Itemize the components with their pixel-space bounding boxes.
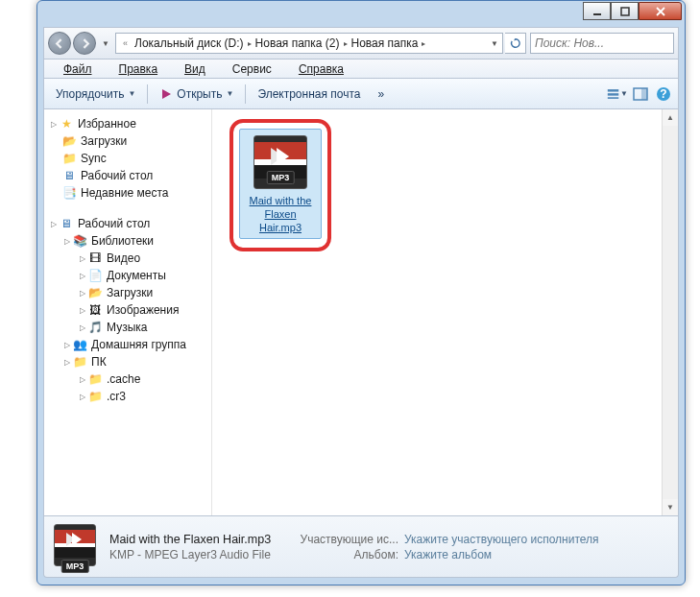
folder-icon: 📂	[61, 133, 77, 149]
details-artists-value[interactable]: Укажите участвующего исполнителя	[404, 533, 668, 546]
address-bar: ▼ « Локальный диск (D:) ▸ Новая папка (2…	[43, 27, 679, 60]
command-bar: Упорядочить▼ Открыть▼ Электронная почта …	[43, 79, 679, 109]
menu-help[interactable]: Справка	[285, 60, 357, 78]
nav-history-drop[interactable]: ▼	[98, 39, 113, 48]
tree-pictures[interactable]: ▷🖼Изображения	[44, 301, 211, 319]
toolbar-overflow[interactable]: »	[371, 85, 393, 103]
breadcrumb-overflow[interactable]: «	[118, 38, 133, 48]
search-box[interactable]	[530, 33, 674, 54]
play-icon	[159, 87, 173, 101]
mp3-icon	[253, 135, 307, 189]
tree-favorites[interactable]: ▷★Избранное	[44, 115, 211, 132]
desktop-icon: 🖥	[61, 168, 77, 183]
svg-rect-1	[621, 8, 629, 15]
tree-videos[interactable]: ▷🎞Видео	[44, 250, 211, 267]
nav-forward-button[interactable]	[73, 32, 96, 55]
svg-rect-5	[608, 97, 618, 99]
toolbar-separator	[147, 84, 148, 104]
tree-desktop[interactable]: 🖥Рабочий стол	[44, 167, 211, 184]
music-icon: 🎵	[87, 320, 103, 335]
svg-rect-4	[608, 93, 618, 95]
breadcrumb-drop-icon[interactable]: ▸	[246, 39, 253, 48]
details-pane: Maid with the Flaxen Hair.mp3 Участвующи…	[43, 516, 679, 578]
search-input[interactable]	[535, 36, 680, 50]
folder-icon: 📁	[87, 371, 103, 387]
navigation-pane: ▷★Избранное 📂Загрузки 📁Sync 🖥Рабочий сто…	[44, 109, 212, 515]
maximize-button[interactable]	[611, 2, 639, 20]
preview-pane-button[interactable]	[630, 84, 651, 105]
tree-sync[interactable]: 📁Sync	[44, 150, 211, 167]
nav-back-button[interactable]	[48, 32, 71, 55]
details-album-label: Альбом:	[293, 548, 398, 561]
video-icon: 🎞	[87, 251, 103, 266]
star-icon: ★	[59, 116, 74, 131]
content-area: ▷★Избранное 📂Загрузки 📁Sync 🖥Рабочий сто…	[43, 109, 679, 516]
breadcrumb-drive[interactable]: Локальный диск (D:)	[133, 36, 246, 50]
tree-music[interactable]: ▷🎵Музыка	[44, 319, 211, 336]
menu-file[interactable]: Файл	[50, 60, 106, 78]
address-field[interactable]: « Локальный диск (D:) ▸ Новая папка (2) …	[115, 33, 503, 54]
views-button[interactable]: ▼	[607, 84, 628, 105]
breadcrumb-folder2[interactable]: Новая папка	[350, 36, 421, 50]
pictures-icon: 🖼	[87, 302, 103, 318]
details-thumbnail	[54, 524, 100, 570]
titlebar	[36, 0, 686, 27]
minimize-button[interactable]	[583, 2, 611, 20]
tree-desktop-root[interactable]: ▷🖥Рабочий стол	[44, 215, 211, 232]
pc-icon: 📁	[72, 354, 87, 370]
tree-homegroup[interactable]: ▷👥Домашняя группа	[44, 336, 211, 353]
file-item-selected[interactable]: Maid with the Flaxen Hair.mp3	[239, 129, 322, 239]
folder-icon: 📂	[87, 285, 103, 300]
breadcrumb-drop-icon[interactable]: ▸	[342, 39, 350, 48]
folder-icon: 📁	[87, 389, 103, 404]
breadcrumb-drop-icon[interactable]: ▸	[420, 39, 427, 48]
file-list-pane[interactable]: Maid with the Flaxen Hair.mp3	[212, 109, 678, 515]
svg-rect-7	[641, 88, 647, 100]
toolbar-separator	[245, 84, 246, 104]
close-button[interactable]	[639, 2, 682, 20]
tree-cr3[interactable]: ▷📁.cr3	[44, 388, 211, 405]
homegroup-icon: 👥	[72, 337, 87, 352]
folder-icon: 📁	[61, 151, 77, 166]
menu-view[interactable]: Вид	[171, 60, 219, 78]
details-album-value[interactable]: Укажите альбом	[404, 548, 668, 561]
organize-button[interactable]: Упорядочить▼	[48, 85, 143, 103]
menu-tools[interactable]: Сервис	[219, 60, 285, 78]
tree-recent[interactable]: 📑Недавние места	[44, 184, 211, 202]
tree-downloads2[interactable]: ▷📂Загрузки	[44, 284, 211, 301]
svg-text:?: ?	[660, 87, 666, 101]
recent-icon: 📑	[61, 185, 77, 201]
document-icon: 📄	[87, 268, 103, 283]
details-filename: Maid with the Flaxen Hair.mp3	[109, 533, 287, 546]
details-artists-label: Участвующие ис...	[293, 533, 398, 546]
email-button[interactable]: Электронная почта	[250, 85, 368, 103]
breadcrumb-folder1[interactable]: Новая папка (2)	[253, 36, 342, 50]
file-name-label: Maid with the Flaxen Hair.mp3	[240, 193, 321, 238]
menu-bar: Файл Правка Вид Сервис Справка	[43, 60, 679, 79]
svg-rect-3	[608, 89, 618, 91]
menu-edit[interactable]: Правка	[106, 60, 172, 78]
address-dropdown-icon[interactable]: ▼	[489, 39, 500, 48]
tree-downloads[interactable]: 📂Загрузки	[44, 132, 211, 150]
desktop-icon: 🖥	[59, 216, 74, 231]
libraries-icon: 📚	[72, 233, 87, 249]
tree-libraries[interactable]: ▷📚Библиотеки	[44, 232, 211, 250]
tree-cache[interactable]: ▷📁.cache	[44, 370, 211, 388]
refresh-button[interactable]	[505, 33, 526, 54]
svg-rect-0	[593, 13, 601, 15]
tree-documents[interactable]: ▷📄Документы	[44, 267, 211, 284]
tree-pc[interactable]: ▷📁ПК	[44, 353, 211, 370]
help-button[interactable]: ?	[653, 84, 674, 105]
open-button[interactable]: Открыть▼	[152, 85, 241, 103]
details-filetype: KMP - MPEG Layer3 Audio File	[109, 548, 287, 561]
